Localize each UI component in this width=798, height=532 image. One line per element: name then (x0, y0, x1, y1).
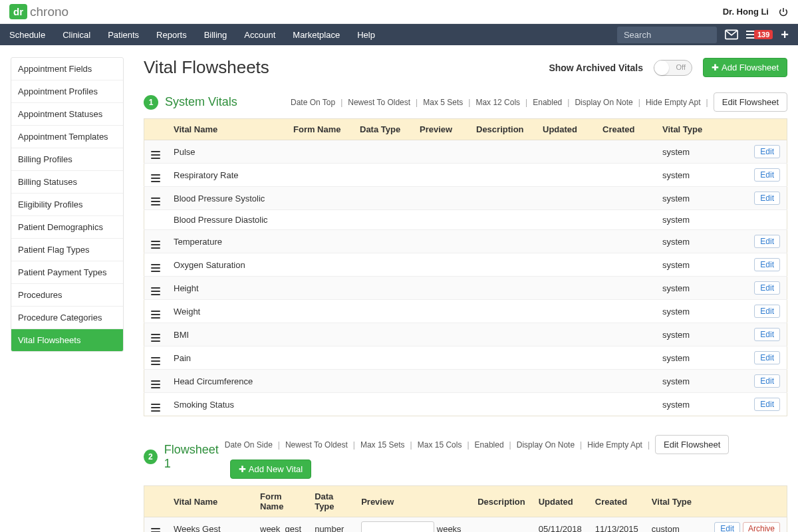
drag-handle-icon[interactable] (151, 241, 160, 249)
edit-button[interactable]: Edit (754, 168, 780, 182)
archive-button[interactable]: Archive (743, 522, 780, 532)
nav-item[interactable]: Help (357, 30, 375, 40)
sidebar-item[interactable]: Patient Payment Types (11, 261, 123, 284)
sidebar-item[interactable]: Patient Demographics (11, 216, 123, 239)
column-header: Preview (413, 119, 469, 140)
search-input[interactable] (617, 27, 717, 43)
option-item[interactable]: Date On Top (291, 98, 335, 107)
nav-item[interactable]: Marketplace (293, 30, 340, 40)
drag-handle-icon[interactable] (151, 287, 160, 295)
section1-options: Date On Top|Newest To Oldest|Max 5 Sets|… (291, 92, 787, 112)
table-row: TemperaturesystemEdit (144, 230, 787, 253)
badge-count: 139 (754, 30, 773, 39)
edit-button[interactable]: Edit (754, 192, 780, 205)
vital-name: Temperature (167, 230, 287, 253)
add-flowsheet-button[interactable]: ✚ Add Flowsheet (703, 58, 787, 77)
nav-item[interactable]: Schedule (9, 30, 45, 40)
drag-handle-icon[interactable] (151, 311, 160, 319)
show-archived-label: Show Archived Vitals (549, 63, 643, 73)
table-row: PainsystemEdit (144, 346, 787, 370)
sidebar-item[interactable]: Appointment Statuses (11, 103, 123, 126)
option-item[interactable]: Max 5 Sets (423, 98, 463, 107)
table-row: Oxygen SaturationsystemEdit (144, 253, 787, 277)
edit-button[interactable]: Edit (754, 305, 780, 318)
table-row: Respiratory RatesystemEdit (144, 164, 787, 187)
option-item[interactable]: Display On Note (575, 98, 632, 107)
archived-toggle[interactable]: Off (654, 60, 692, 76)
edit-button[interactable]: Edit (714, 522, 740, 532)
option-item[interactable]: Hide Empty Apt (646, 98, 701, 107)
sidebar-item[interactable]: Appointment Templates (11, 126, 123, 148)
option-item[interactable]: Newest To Oldest (285, 440, 348, 450)
section2-number: 2 (144, 450, 158, 464)
vital-type: system (656, 140, 741, 164)
drag-handle-icon[interactable] (151, 334, 160, 342)
vital-type: system (656, 230, 741, 253)
option-item[interactable]: Max 15 Sets (360, 440, 405, 450)
nav-item[interactable]: Account (244, 30, 275, 40)
notifications[interactable]: 139 (746, 30, 773, 39)
drag-handle-icon[interactable] (151, 264, 160, 272)
column-header: Vital Name (167, 486, 253, 517)
sidebar-item[interactable]: Eligibility Profiles (11, 194, 123, 216)
sidebar-item[interactable]: Vital Flowsheets (11, 329, 123, 351)
mail-icon[interactable] (725, 29, 738, 40)
edit-button[interactable]: Edit (754, 235, 780, 248)
sidebar-item[interactable]: Billing Statuses (11, 171, 123, 194)
edit-button[interactable]: Edit (754, 374, 780, 388)
nav-item[interactable]: Patients (108, 30, 139, 40)
user-name: Dr. Hong Li (723, 7, 769, 17)
option-item[interactable]: Date On Side (225, 440, 273, 450)
option-item[interactable]: Display On Note (517, 440, 575, 450)
top-user-area: Dr. Hong Li (723, 7, 789, 17)
column-header: Created (589, 486, 645, 517)
add-new-vital-button[interactable]: ✚ Add New Vital (230, 460, 311, 479)
drag-handle-icon[interactable] (151, 357, 160, 365)
option-item[interactable]: Enabled (475, 440, 504, 450)
table-row: Head CircumferencesystemEdit (144, 370, 787, 393)
edit-button[interactable]: Edit (754, 281, 780, 295)
column-header: Form Name (287, 119, 353, 140)
table-row: Smoking StatussystemEdit (144, 393, 787, 416)
add-icon[interactable]: + (781, 28, 789, 41)
data-type: number (308, 517, 354, 533)
preview-input[interactable] (361, 521, 434, 532)
sidebar-item[interactable]: Patient Flag Types (11, 239, 123, 261)
drag-handle-icon[interactable] (151, 198, 160, 205)
option-item[interactable]: Enabled (533, 98, 562, 107)
edit-button[interactable]: Edit (754, 328, 780, 341)
drag-handle-icon[interactable] (151, 404, 160, 412)
option-item[interactable]: Max 12 Cols (475, 98, 520, 107)
sidebar-item[interactable]: Procedures (11, 284, 123, 307)
edit-button[interactable]: Edit (754, 258, 780, 271)
edit-flowsheet-button[interactable]: Edit Flowsheet (714, 92, 787, 112)
nav-item[interactable]: Clinical (63, 30, 90, 40)
nav-right: 139 + (617, 27, 789, 43)
plus-icon: ✚ (712, 63, 719, 72)
vital-name: Smoking Status (167, 393, 287, 416)
sidebar-item[interactable]: Billing Profiles (11, 148, 123, 171)
option-item[interactable]: Max 15 Cols (418, 440, 462, 450)
sidebar-item[interactable]: Procedure Categories (11, 307, 123, 329)
drag-handle-icon[interactable] (151, 528, 160, 532)
drag-handle-icon[interactable] (151, 151, 160, 159)
top-brand-bar: dr chrono Dr. Hong Li (0, 0, 798, 24)
section1-number: 1 (144, 95, 158, 110)
sidebar-item[interactable]: Appointment Profiles (11, 80, 123, 103)
vital-type: system (656, 210, 741, 230)
drag-handle-icon[interactable] (151, 174, 160, 182)
edit-button[interactable]: Edit (754, 398, 780, 411)
edit-button[interactable]: Edit (754, 351, 780, 364)
nav-item[interactable]: Reports (156, 30, 187, 40)
edit-flowsheet-button[interactable]: Edit Flowsheet (655, 435, 729, 454)
vital-type: system (656, 393, 741, 416)
table-row: Blood Pressure Diastolicsystem (144, 210, 787, 230)
sidebar-item[interactable]: Appointment Fields (11, 58, 123, 80)
option-item[interactable]: Newest To Oldest (348, 98, 410, 107)
power-icon[interactable] (778, 7, 789, 17)
vital-type: system (656, 253, 741, 277)
edit-button[interactable]: Edit (754, 145, 780, 158)
drag-handle-icon[interactable] (151, 380, 160, 388)
option-item[interactable]: Hide Empty Apt (587, 440, 642, 450)
nav-item[interactable]: Billing (204, 30, 227, 40)
